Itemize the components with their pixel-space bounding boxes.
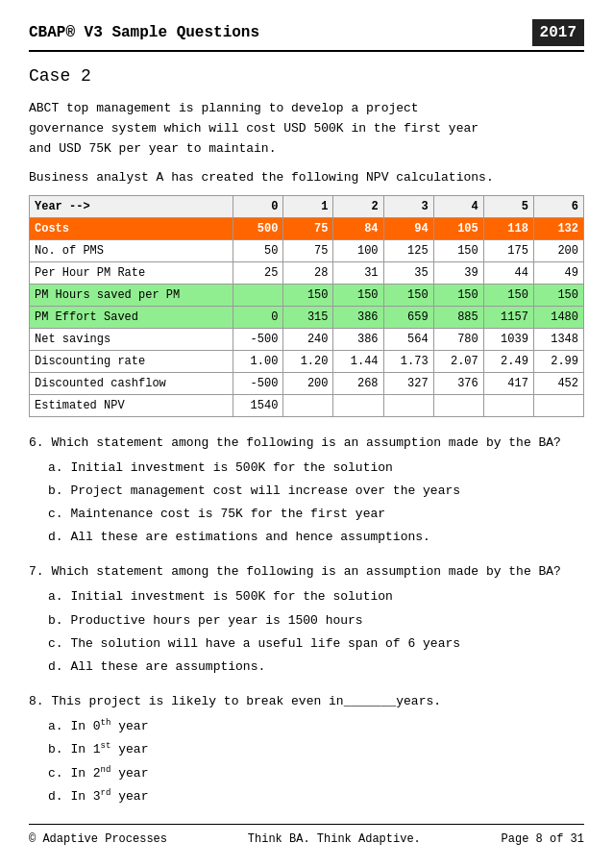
option-line: b. In 1st year <box>48 739 584 760</box>
table-cell: 1480 <box>533 306 583 328</box>
question-block: 6. Which statement among the following i… <box>29 433 584 548</box>
option-line: a. Initial investment is 500K for the so… <box>48 586 584 608</box>
option-line: a. Initial investment is 500K for the so… <box>48 458 584 479</box>
question-options: a. Initial investment is 500K for the so… <box>29 586 584 677</box>
table-cell: 84 <box>333 217 383 239</box>
table-cell: 0 <box>233 306 283 328</box>
option-line: a. In 0th year <box>48 716 584 737</box>
col-3: 3 <box>383 195 433 217</box>
table-cell: 118 <box>483 217 533 239</box>
question-block: 7. Which statement among the following i… <box>29 561 584 677</box>
table-cell: 1039 <box>483 328 533 350</box>
header-year: 2017 <box>532 19 584 46</box>
table-cell <box>383 394 433 416</box>
table-cell: 35 <box>383 261 433 284</box>
table-cell <box>233 284 283 306</box>
table-cell: 2.99 <box>533 350 583 372</box>
footer-left: © Adaptive Processes <box>29 831 167 848</box>
table-cell: 1.00 <box>233 350 283 372</box>
table-cell: 240 <box>283 328 333 350</box>
table-row-label: Estimated NPV <box>30 394 233 416</box>
table-cell: 150 <box>433 239 483 261</box>
option-line: c. The solution will have a useful life … <box>48 633 584 655</box>
table-cell: 150 <box>333 284 383 306</box>
table-cell: 25 <box>233 261 283 284</box>
npv-table: Year --> 0 1 2 3 4 5 6 Costs500758494105… <box>29 195 584 417</box>
table-cell: 1540 <box>233 394 283 416</box>
table-cell: 268 <box>333 372 383 394</box>
table-cell: 125 <box>383 239 433 261</box>
table-cell: 1.73 <box>383 350 433 372</box>
table-cell: 327 <box>383 372 433 394</box>
intro-text: ABCT top management is planning to devel… <box>29 99 584 159</box>
option-line: c. Maintenance cost is 75K for the first… <box>48 504 584 525</box>
table-cell: 39 <box>433 261 483 284</box>
table-cell <box>483 394 533 416</box>
table-cell: 1.20 <box>283 350 333 372</box>
table-cell: 150 <box>533 284 583 306</box>
table-cell: 780 <box>433 328 483 350</box>
table-cell <box>333 394 383 416</box>
footer-center: Think BA. Think Adaptive. <box>248 831 421 848</box>
table-cell: 31 <box>333 261 383 284</box>
table-cell: 2.07 <box>433 350 483 372</box>
table-cell: 150 <box>483 284 533 306</box>
table-cell: 386 <box>333 306 383 328</box>
table-intro: Business analyst A has created the follo… <box>29 168 584 187</box>
table-row-label: Net savings <box>30 328 233 350</box>
footer-right: Page 8 of 31 <box>502 831 584 848</box>
question-options: a. In 0th yearb. In 1st yearc. In 2nd ye… <box>29 716 584 808</box>
table-year-header: Year --> <box>30 195 233 217</box>
table-cell: 500 <box>233 217 283 239</box>
table-cell: 564 <box>383 328 433 350</box>
col-4: 4 <box>433 195 483 217</box>
col-1: 1 <box>283 195 333 217</box>
table-cell: 885 <box>433 306 483 328</box>
option-line: c. In 2nd year <box>48 763 584 784</box>
question-options: a. Initial investment is 500K for the so… <box>29 458 584 548</box>
table-cell: 1157 <box>483 306 533 328</box>
option-line: b. Project management cost will increase… <box>48 481 584 502</box>
table-cell: 175 <box>483 239 533 261</box>
option-line: d. All these are assumptions. <box>48 657 584 678</box>
table-row-label: PM Hours saved per PM <box>30 284 233 306</box>
table-cell: 49 <box>533 261 583 284</box>
table-cell <box>283 394 333 416</box>
table-cell: 75 <box>283 217 333 239</box>
table-row-label: PM Effort Saved <box>30 306 233 328</box>
col-2: 2 <box>333 195 383 217</box>
question-text: 8. This project is likely to break even … <box>29 691 584 712</box>
table-cell <box>433 394 483 416</box>
table-cell: 150 <box>433 284 483 306</box>
table-cell: 315 <box>283 306 333 328</box>
col-5: 5 <box>483 195 533 217</box>
option-line: b. Productive hours per year is 1500 hou… <box>48 610 584 632</box>
table-cell: 200 <box>533 239 583 261</box>
table-cell: 659 <box>383 306 433 328</box>
table-cell: 150 <box>383 284 433 306</box>
table-row-label: Discounted cashflow <box>30 372 233 394</box>
table-cell: -500 <box>233 328 283 350</box>
table-row-label: Costs <box>30 217 233 239</box>
table-cell: 200 <box>283 372 333 394</box>
col-6: 6 <box>533 195 583 217</box>
table-cell: 105 <box>433 217 483 239</box>
table-cell: 376 <box>433 372 483 394</box>
table-cell: 150 <box>283 284 333 306</box>
table-cell: 44 <box>483 261 533 284</box>
question-text: 6. Which statement among the following i… <box>29 433 584 454</box>
page-header: CBAP® V3 Sample Questions 2017 <box>29 19 584 52</box>
table-cell: 100 <box>333 239 383 261</box>
table-cell: 50 <box>233 239 283 261</box>
option-line: d. All these are estimations and hence a… <box>48 527 584 548</box>
questions-section: 6. Which statement among the following i… <box>29 433 584 808</box>
table-cell: 417 <box>483 372 533 394</box>
table-cell: 2.49 <box>483 350 533 372</box>
question-text: 7. Which statement among the following i… <box>29 561 584 583</box>
table-row-label: Discounting rate <box>30 350 233 372</box>
table-cell: 1.44 <box>333 350 383 372</box>
table-cell: 75 <box>283 239 333 261</box>
table-cell <box>533 394 583 416</box>
table-row-label: No. of PMS <box>30 239 233 261</box>
option-line: d. In 3rd year <box>48 786 584 807</box>
